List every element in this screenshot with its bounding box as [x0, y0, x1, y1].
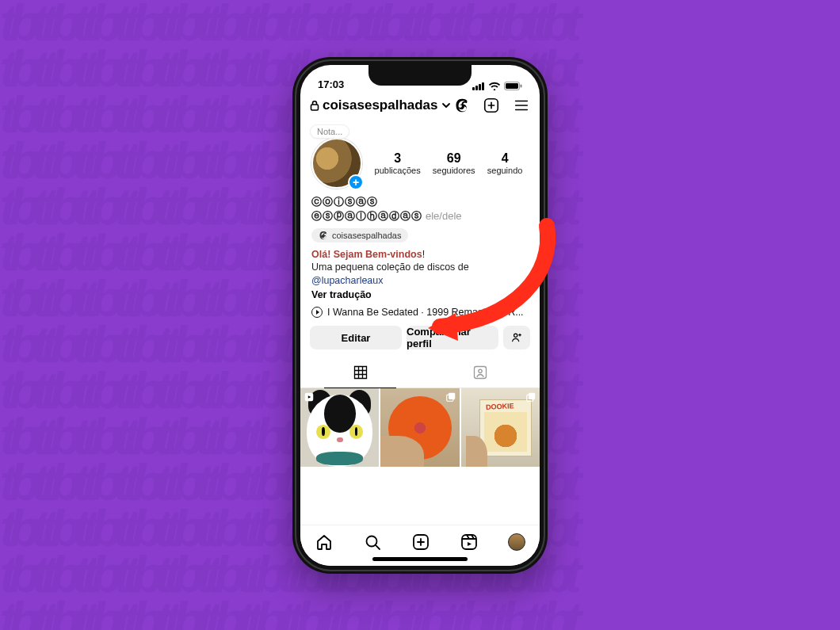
- profile-action-row: Editar Compartilhar perfil: [300, 318, 540, 349]
- carousel-badge-icon: [445, 391, 456, 406]
- bio-line2: Uma pequena coleção de discos de: [311, 262, 469, 273]
- display-name: ⓒⓞⓘⓢⓐⓢ ⓔⓢⓟⓐⓛⓗⓐⓓⓐⓢ: [311, 196, 422, 222]
- threads-chip[interactable]: coisasespalhadas: [311, 228, 408, 242]
- post-thumbnail[interactable]: DOOKIE: [461, 388, 540, 467]
- bio-greeting: Olá! Sejam Bem-vindos: [311, 249, 422, 260]
- menu-button[interactable]: [513, 97, 530, 114]
- music-play-icon: [311, 307, 323, 318]
- svg-rect-2: [479, 84, 481, 90]
- story-note[interactable]: Nota...: [310, 124, 349, 139]
- bio-greeting-excl: !: [422, 249, 425, 260]
- svg-rect-15: [529, 393, 535, 399]
- app-header: coisasespalhadas: [300, 92, 540, 119]
- svg-rect-6: [521, 84, 522, 87]
- profile-stats: 3 publicações 69 seguidores 4 seguindo: [368, 151, 529, 175]
- threads-handle: coisasespalhadas: [332, 231, 401, 240]
- share-profile-button[interactable]: Compartilhar perfil: [407, 326, 498, 349]
- stat-followers[interactable]: 69 seguidores: [433, 151, 475, 175]
- battery-icon: [504, 82, 522, 90]
- tab-tagged[interactable]: [420, 357, 540, 388]
- pronouns: ele/dele: [426, 210, 462, 222]
- svg-rect-1: [475, 86, 478, 90]
- chevron-down-icon: [441, 101, 451, 110]
- stat-followers-label: seguidores: [433, 166, 475, 175]
- tab-grid[interactable]: [300, 357, 420, 388]
- threads-icon: [319, 231, 328, 240]
- add-person-icon: [510, 331, 523, 344]
- phone-frame: 17:03 coisasespalhadas: [292, 57, 548, 574]
- lock-icon: [310, 100, 319, 111]
- home-icon: [315, 533, 334, 552]
- home-indicator: [372, 557, 468, 561]
- nav-search[interactable]: [363, 533, 382, 552]
- profile-music[interactable]: I Wanna Be Sedated · 1999 Remastered R..…: [311, 307, 529, 318]
- svg-rect-13: [449, 393, 455, 399]
- phone-screen: 17:03 coisasespalhadas: [300, 65, 540, 566]
- search-icon: [363, 533, 382, 552]
- signal-icon: [472, 82, 485, 90]
- profile-tabs: [300, 357, 540, 388]
- svg-rect-0: [472, 87, 475, 90]
- header-username: coisasespalhadas: [323, 97, 438, 113]
- reels-icon: [460, 533, 479, 552]
- stat-posts[interactable]: 3 publicações: [375, 151, 421, 175]
- create-button[interactable]: [483, 97, 500, 114]
- reel-badge-icon: [304, 391, 315, 406]
- stat-following[interactable]: 4 seguindo: [487, 151, 523, 175]
- nav-profile[interactable]: [508, 533, 525, 551]
- svg-point-11: [478, 369, 481, 372]
- grid-icon: [353, 365, 368, 380]
- status-icons: [472, 82, 522, 90]
- svg-rect-3: [482, 82, 484, 90]
- threads-icon: [454, 97, 470, 113]
- nav-create[interactable]: [411, 533, 430, 552]
- threads-button[interactable]: [454, 97, 470, 113]
- hamburger-icon: [513, 97, 530, 114]
- carousel-badge-icon: [525, 391, 536, 406]
- status-time: 17:03: [318, 78, 344, 90]
- stat-following-label: seguindo: [487, 166, 523, 175]
- svg-rect-5: [506, 83, 518, 89]
- bio: Olá! Sejam Bem-vindos! Uma pequena coleç…: [311, 248, 529, 288]
- phone-notch: [368, 65, 472, 86]
- album-title: DOOKIE: [486, 402, 514, 411]
- profile-avatar[interactable]: +: [311, 138, 362, 189]
- posts-grid: DOOKIE: [300, 388, 540, 467]
- plus-square-icon: [411, 533, 430, 552]
- stat-posts-label: publicações: [375, 166, 421, 175]
- display-name-row: ⓒⓞⓘⓢⓐⓢ ⓔⓢⓟⓐⓛⓗⓐⓓⓐⓢele/dele: [311, 195, 529, 223]
- username-dropdown[interactable]: coisasespalhadas: [310, 97, 451, 113]
- plus-square-icon: [483, 97, 500, 114]
- stat-posts-count: 3: [375, 151, 421, 166]
- post-thumbnail[interactable]: [380, 388, 459, 467]
- see-translation[interactable]: Ver tradução: [311, 289, 529, 300]
- nav-home[interactable]: [315, 533, 334, 552]
- svg-point-17: [367, 536, 377, 547]
- music-title: I Wanna Be Sedated · 1999 Remastered R..…: [327, 307, 524, 318]
- discover-people-button[interactable]: [503, 326, 530, 349]
- stat-followers-count: 69: [433, 151, 475, 166]
- tagged-icon: [472, 365, 488, 380]
- wifi-icon: [488, 82, 501, 90]
- stat-following-count: 4: [487, 151, 523, 166]
- add-story-badge[interactable]: +: [348, 174, 364, 190]
- edit-profile-button[interactable]: Editar: [310, 326, 402, 349]
- nav-reels[interactable]: [460, 533, 479, 552]
- post-thumbnail[interactable]: [300, 388, 379, 467]
- svg-rect-7: [311, 105, 319, 110]
- svg-rect-19: [462, 535, 476, 549]
- nav-avatar-icon: [508, 533, 525, 551]
- bio-mention[interactable]: @lupacharleaux: [311, 275, 384, 286]
- svg-point-9: [514, 334, 517, 337]
